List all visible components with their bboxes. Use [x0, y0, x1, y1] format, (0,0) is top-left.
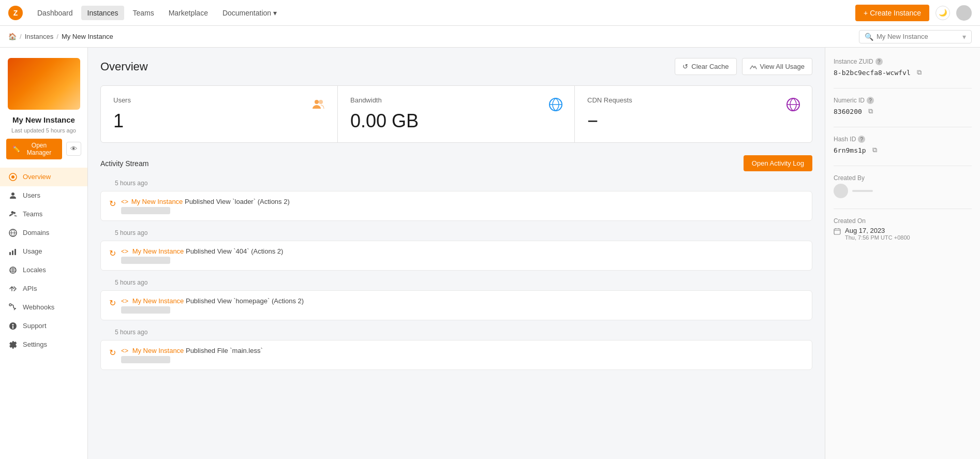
code-icon-4: <> — [121, 347, 128, 354]
nav-right-actions: + Create Instance 🌙 — [855, 5, 972, 21]
nav-marketplace[interactable]: Marketplace — [162, 6, 214, 20]
top-navigation: Z Dashboard Instances Teams Marketplace … — [0, 0, 980, 26]
copy-zuid-button[interactable]: ⧉ — [915, 67, 924, 78]
activity-sub-3: user@email.com — [121, 306, 170, 314]
activity-instance-link-3[interactable]: My New Instance — [132, 297, 184, 305]
stat-card-cdn: CDN Requests − — [575, 86, 812, 142]
tooltip-icon-hash[interactable]: ? — [858, 136, 865, 143]
sidebar-item-teams[interactable]: Teams — [0, 205, 87, 224]
sidebar: My New Instance Last updated 5 hours ago… — [0, 48, 88, 459]
activity-text-4: <> My New Instance Published File `main.… — [121, 347, 263, 354]
sidebar-item-usage[interactable]: Usage — [0, 242, 87, 261]
breadcrumb-current: My New Instance — [62, 33, 113, 40]
search-dropdown-icon[interactable]: ▾ — [962, 33, 966, 41]
sidebar-item-label: Settings — [23, 340, 47, 348]
home-icon[interactable]: 🏠 — [8, 33, 17, 40]
activity-stream-title: Activity Stream — [100, 159, 149, 168]
activity-header: Activity Stream Open Activity Log — [100, 155, 812, 171]
main-content: Overview ↺ Clear Cache View All Usage — [88, 48, 825, 459]
sidebar-item-users[interactable]: Users — [0, 186, 87, 205]
nav-dashboard[interactable]: Dashboard — [31, 6, 79, 20]
activity-group-4: 5 hours ago ↻ <> My New Instance Publish… — [100, 329, 812, 370]
open-activity-log-button[interactable]: Open Activity Log — [744, 155, 812, 171]
numeric-id-value-row: 8360200 ⧉ — [834, 106, 972, 116]
overview-header: Overview ↺ Clear Cache View All Usage — [100, 58, 812, 75]
refresh-icon-2: ↻ — [109, 248, 116, 258]
sidebar-item-apis[interactable]: APIs — [0, 279, 87, 298]
numeric-id-value: 8360200 — [834, 108, 862, 115]
overview-icon — [8, 172, 18, 182]
eye-icon: 👁 — [70, 145, 77, 153]
preview-button[interactable]: 👁 — [66, 142, 81, 156]
sidebar-item-label: APIs — [23, 285, 37, 292]
code-icon-1: <> — [121, 198, 128, 205]
clear-cache-button[interactable]: ↺ Clear Cache — [675, 58, 736, 75]
activity-text-2: <> My New Instance Published View `404` … — [121, 247, 283, 255]
theme-toggle-button[interactable]: 🌙 — [936, 6, 950, 20]
sidebar-item-overview[interactable]: Overview — [0, 168, 87, 186]
activity-instance-link-4[interactable]: My New Instance — [132, 347, 184, 354]
tooltip-icon-zuid[interactable]: ? — [875, 58, 883, 65]
instance-zuid-value: 8-b2bc9ecfa8-wcwfvl — [834, 69, 911, 77]
activity-time-1: 5 hours ago — [100, 180, 812, 187]
divider-2 — [834, 127, 972, 127]
sidebar-item-locales[interactable]: Locales — [0, 261, 87, 279]
sidebar-item-domains[interactable]: Domains — [0, 224, 87, 242]
nav-instances[interactable]: Instances — [81, 6, 125, 20]
divider-4 — [834, 209, 972, 209]
svg-point-11 — [319, 100, 323, 104]
webhooks-icon — [8, 303, 18, 312]
svg-point-9 — [9, 304, 11, 306]
instance-card: My New Instance Last updated 5 hours ago… — [0, 52, 87, 166]
refresh-icon: ↺ — [682, 63, 688, 70]
nav-teams[interactable]: Teams — [126, 6, 160, 20]
activity-item-4: ↻ <> My New Instance Published File `mai… — [100, 340, 812, 370]
copy-hash-id-button[interactable]: ⧉ — [870, 145, 879, 155]
sidebar-item-support[interactable]: Support — [0, 317, 87, 335]
hash-id-label: Hash ID ? — [834, 136, 972, 143]
created-on-label: Created On — [834, 217, 972, 225]
sidebar-item-webhooks[interactable]: Webhooks — [0, 298, 87, 317]
activity-time-2: 5 hours ago — [100, 229, 812, 236]
search-input[interactable] — [877, 33, 959, 40]
tooltip-icon-numeric[interactable]: ? — [867, 97, 874, 104]
app-logo[interactable]: Z — [8, 6, 23, 20]
created-on-field: Created On Aug 17, 2023 Thu, 7:56 PM UTC… — [834, 217, 972, 241]
activity-instance-link-1[interactable]: My New Instance — [131, 198, 183, 205]
view-all-usage-button[interactable]: View All Usage — [742, 58, 812, 75]
usage-icon — [8, 247, 18, 256]
sidebar-item-settings[interactable]: Settings — [0, 335, 87, 354]
users-icon — [8, 191, 18, 200]
created-by-row — [834, 184, 972, 198]
created-date: Aug 17, 2023 — [845, 227, 910, 234]
copy-numeric-id-button[interactable]: ⧉ — [866, 106, 875, 116]
breadcrumb: 🏠 / Instances / My New Instance — [8, 33, 859, 40]
created-date-sub: Thu, 7:56 PM UTC +0800 — [845, 234, 910, 241]
sidebar-item-label: Domains — [23, 229, 49, 236]
stats-grid: Users 1 Bandwidth 0.00 GB — [100, 85, 812, 143]
create-instance-button[interactable]: + Create Instance — [855, 5, 929, 21]
sidebar-item-label: Usage — [23, 247, 42, 255]
domains-icon — [8, 228, 18, 238]
open-manager-button[interactable]: ✏️ Open Manager — [6, 139, 62, 159]
activity-sub-1: user@email.com — [121, 207, 170, 214]
main-layout: My New Instance Last updated 5 hours ago… — [0, 48, 980, 459]
moon-icon: 🌙 — [939, 9, 947, 17]
stat-value-users: 1 — [113, 110, 325, 132]
breadcrumb-separator-2: / — [56, 33, 58, 40]
created-on-row: Aug 17, 2023 Thu, 7:56 PM UTC +0800 — [834, 227, 972, 241]
svg-point-10 — [315, 100, 319, 104]
nav-documentation[interactable]: Documentation ▾ — [216, 6, 283, 20]
code-icon-3: <> — [121, 298, 128, 305]
hash-id-value-row: 6rn9ms1p ⧉ — [834, 145, 972, 155]
search-icon: 🔍 — [865, 33, 873, 41]
breadcrumb-instances[interactable]: Instances — [25, 33, 54, 40]
activity-item-1: ↻ <> My New Instance Published View `loa… — [100, 191, 812, 221]
activity-instance-link-2[interactable]: My New Instance — [132, 247, 184, 255]
activity-sub-4: user@email.com — [121, 356, 170, 363]
created-by-label: Created By — [834, 174, 972, 182]
instance-search: 🔍 ▾ — [859, 30, 972, 43]
thumbnail-art — [8, 58, 80, 110]
activity-item-2: ↻ <> My New Instance Published View `404… — [100, 241, 812, 271]
user-avatar[interactable] — [956, 5, 972, 21]
